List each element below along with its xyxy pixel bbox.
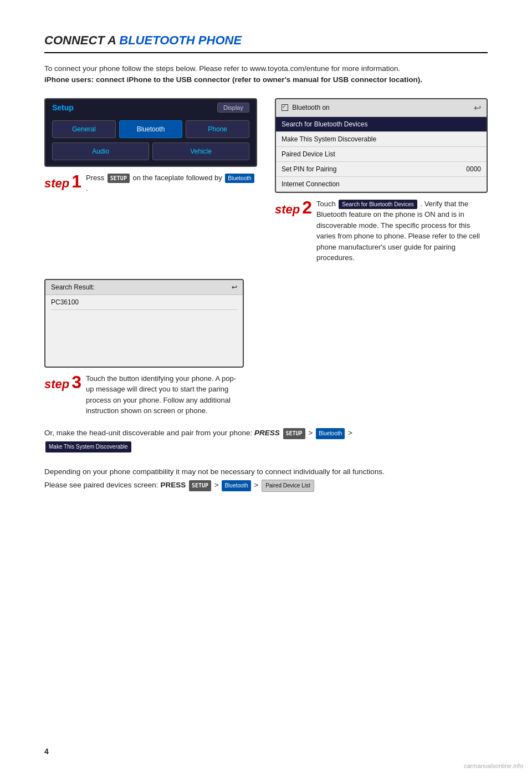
step1-text-end: . bbox=[86, 184, 88, 192]
step2-text-before: Touch bbox=[316, 200, 336, 208]
step1-badge-bt: Bluetooth bbox=[225, 174, 254, 183]
search-result-area: PC36100 bbox=[45, 295, 243, 365]
footer-badge-paired: Paired Device List bbox=[262, 480, 314, 492]
step3-number: 3 bbox=[71, 372, 81, 392]
watermark: carmanualsonline.info bbox=[464, 762, 523, 769]
footer-line2: Please see paired devices screen: PRESS … bbox=[44, 479, 488, 492]
bt-on-label: Bluetooth on bbox=[292, 104, 329, 111]
setup-screen-header: Setup Display bbox=[45, 99, 256, 116]
step3-word: step bbox=[44, 377, 69, 391]
bt-screen: Bluetooth on ↩ Search for Bluetooth Devi… bbox=[275, 98, 488, 193]
page-number: 4 bbox=[44, 747, 49, 756]
step3-text: Touch the button identifying your phone.… bbox=[86, 373, 244, 416]
step2-text: Touch Search for Bluetooth Devices . Ver… bbox=[316, 199, 488, 263]
setup-btn-bluetooth[interactable]: Bluetooth bbox=[119, 120, 183, 138]
step3-label: step 3 Touch the button identifying your… bbox=[44, 373, 244, 416]
step2-badge-search: Search for Bluetooth Devices bbox=[339, 200, 417, 209]
setup-btn-audio[interactable]: Audio bbox=[52, 143, 149, 160]
search-empty-area bbox=[45, 310, 243, 365]
search-screen-header: Search Result: ↩ bbox=[45, 280, 243, 295]
or-arrow1: > bbox=[308, 429, 313, 437]
step2-number: 2 bbox=[302, 197, 312, 217]
or-press: PRESS bbox=[254, 429, 280, 437]
setup-screen: Setup Display General Bluetooth Phone Au… bbox=[44, 98, 257, 167]
or-badge-setup: SETUP bbox=[283, 428, 305, 439]
step1-text-before: Press bbox=[86, 174, 104, 182]
step1-word: step bbox=[44, 176, 69, 190]
or-badge-discover: Make This System Discoverable bbox=[45, 441, 131, 452]
step1-number: 1 bbox=[71, 171, 81, 191]
setup-buttons-row2: Audio Vehicle bbox=[45, 143, 256, 166]
setup-title: Setup bbox=[52, 103, 74, 112]
search-back-btn[interactable]: ↩ bbox=[232, 283, 237, 291]
intro-text: To connect your phone follow the steps b… bbox=[44, 63, 488, 86]
footer-press: PRESS bbox=[160, 481, 186, 489]
or-line: Or, make the head-unit discoverable and … bbox=[44, 426, 488, 454]
setup-btn-phone[interactable]: Phone bbox=[186, 120, 249, 138]
step2-col: Bluetooth on ↩ Search for Bluetooth Devi… bbox=[275, 98, 488, 263]
bt-menu-pairedlist[interactable]: Paired Device List bbox=[276, 147, 487, 162]
bt-pin-value: 0000 bbox=[466, 165, 481, 173]
intro-main: To connect your phone follow the steps b… bbox=[44, 64, 400, 73]
bt-menu-internet[interactable]: Internet Connection bbox=[276, 177, 487, 192]
intro-bold: iPhone users: connect iPhone to the USB … bbox=[44, 75, 422, 84]
footer-badge-setup: SETUP bbox=[189, 480, 211, 491]
step1-label: step 1 Press SETUP on the faceplate foll… bbox=[44, 172, 257, 194]
setup-btn-vehicle[interactable]: Vehicle bbox=[152, 143, 249, 160]
step1-text: Press SETUP on the faceplate followed by… bbox=[86, 172, 257, 194]
bt-back-button[interactable]: ↩ bbox=[474, 103, 481, 113]
page-title: CONNECT A BLUETOOTH PHONE bbox=[44, 33, 488, 53]
footer-text1: Depending on your phone compatibility it… bbox=[44, 465, 488, 479]
or-arrow2: > bbox=[348, 429, 352, 437]
step2-text-after: . Verify that the Bluetooth feature on t… bbox=[316, 200, 480, 262]
step2-word: step bbox=[275, 202, 300, 216]
bt-pin-label: Set PIN for Pairing bbox=[282, 165, 336, 173]
step1-badge-setup: SETUP bbox=[108, 174, 130, 183]
footer-text2: Please see paired devices screen: bbox=[44, 481, 160, 489]
search-screen: Search Result: ↩ PC36100 bbox=[44, 279, 244, 368]
title-static: CONNECT A bbox=[44, 33, 119, 47]
step2-label: step 2 Touch Search for Bluetooth Device… bbox=[275, 199, 488, 263]
or-text1: Or, make the head-unit discoverable and … bbox=[44, 429, 254, 437]
setup-buttons-row1: General Bluetooth Phone bbox=[45, 116, 256, 143]
step1-col: Setup Display General Bluetooth Phone Au… bbox=[44, 98, 257, 194]
setup-btn-general[interactable]: General bbox=[52, 120, 116, 138]
display-button: Display bbox=[217, 103, 249, 113]
or-badge-bt: Bluetooth bbox=[316, 428, 345, 439]
bt-checkbox-icon bbox=[282, 104, 288, 111]
bt-menu-search[interactable]: Search for Bluetooth Devices bbox=[276, 117, 487, 132]
steps-row-1-2: Setup Display General Bluetooth Phone Au… bbox=[44, 98, 488, 263]
footer-arrow2: > bbox=[254, 481, 258, 489]
search-result-device[interactable]: PC36100 bbox=[45, 295, 243, 309]
footer-badge-bt: Bluetooth bbox=[222, 480, 250, 491]
bt-menu-pin[interactable]: Set PIN for Pairing 0000 bbox=[276, 162, 487, 177]
step3-screen-col: Search Result: ↩ PC36100 step 3 Touch th… bbox=[44, 279, 244, 416]
search-header-label: Search Result: bbox=[51, 283, 95, 291]
step1-text-middle: on the faceplate followed by bbox=[133, 174, 222, 182]
step3-row: Search Result: ↩ PC36100 step 3 Touch th… bbox=[44, 279, 488, 416]
title-blue: BLUETOOTH PHONE bbox=[119, 33, 242, 47]
footer-section: Depending on your phone compatibility it… bbox=[44, 465, 488, 492]
bt-menu-discoverable[interactable]: Make This System Discoverable bbox=[276, 132, 487, 147]
bt-screen-header: Bluetooth on ↩ bbox=[276, 99, 487, 117]
footer-arrow1: > bbox=[214, 481, 219, 489]
